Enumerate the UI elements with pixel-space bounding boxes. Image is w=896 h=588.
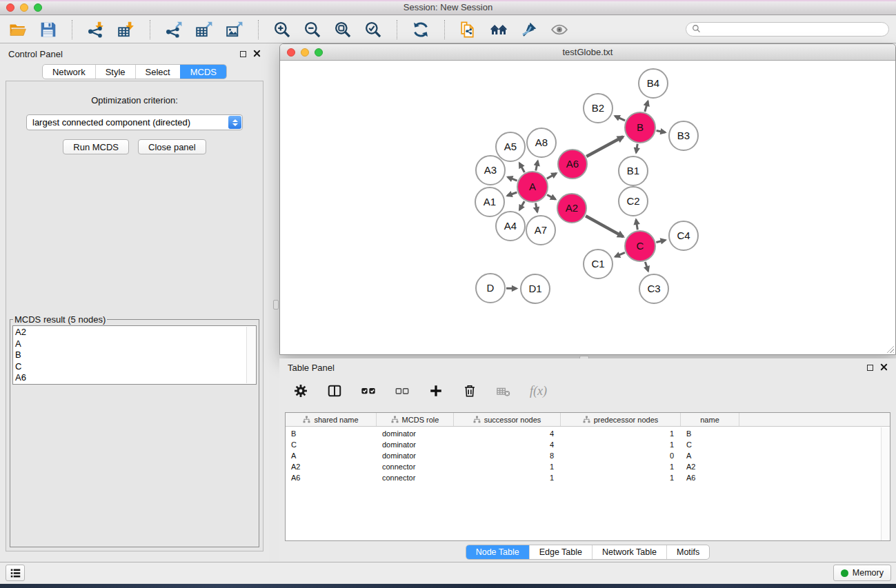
zoom-out-button[interactable]	[301, 19, 323, 41]
criterion-dropdown[interactable]: largest connected component (directed)	[26, 114, 243, 130]
edge-B-B4[interactable]	[645, 101, 648, 112]
select-all-button[interactable]	[361, 383, 376, 398]
table-row[interactable]: Cdominator41C	[286, 439, 890, 450]
export-network-button[interactable]	[163, 19, 185, 41]
zoom-fit-button[interactable]	[332, 19, 354, 41]
table-settings-button[interactable]	[293, 383, 308, 398]
export-image-icon	[226, 21, 243, 39]
mcds-result-item[interactable]: A2	[15, 327, 246, 338]
edge-A2-C[interactable]	[586, 216, 623, 236]
tab-network[interactable]: Network	[43, 65, 95, 79]
edge-B-B3[interactable]	[657, 130, 666, 132]
show-panels-button[interactable]	[6, 565, 25, 581]
float-table-panel-icon[interactable]	[867, 365, 873, 371]
float-panel-icon[interactable]	[240, 51, 246, 57]
node-A7[interactable]: A7	[526, 216, 555, 245]
mcds-result-item[interactable]: B	[15, 349, 246, 361]
node-A4[interactable]: A4	[496, 212, 525, 241]
show-graphics-button[interactable]	[548, 19, 570, 41]
open-file-button[interactable]	[7, 19, 29, 41]
tab-network-table[interactable]: Network Table	[592, 545, 666, 559]
edge-B-B2[interactable]	[615, 116, 626, 121]
mcds-result-item[interactable]: A6	[15, 372, 246, 384]
node-A5[interactable]: A5	[496, 132, 525, 161]
table-row[interactable]: A6connector11A6	[286, 472, 890, 483]
edge-C-C2[interactable]	[636, 220, 637, 230]
edge-C-C1[interactable]	[615, 252, 625, 256]
close-panel-icon[interactable]	[253, 49, 261, 59]
search-box[interactable]	[686, 22, 889, 37]
run-mcds-button[interactable]: Run MCDS	[63, 139, 129, 154]
node-A[interactable]: A	[517, 172, 548, 202]
node-A8[interactable]: A8	[527, 128, 556, 157]
import-table-button[interactable]	[115, 19, 137, 41]
tab-motifs[interactable]: Motifs	[666, 545, 709, 559]
tab-select[interactable]: Select	[135, 65, 180, 79]
tab-node-table[interactable]: Node Table	[466, 545, 529, 559]
table-row[interactable]: Adominator80A	[286, 450, 890, 461]
node-A6[interactable]: A6	[558, 150, 587, 179]
node-B4[interactable]: B4	[639, 69, 668, 98]
hide-annotations-button[interactable]	[518, 19, 540, 41]
column-header-successor-nodes[interactable]: successor nodes	[454, 413, 561, 426]
zoom-in-button[interactable]	[271, 19, 293, 41]
column-visibility-button[interactable]	[327, 383, 342, 398]
deselect-all-button[interactable]	[395, 383, 410, 398]
zoom-selected-button[interactable]	[362, 19, 384, 41]
node-B[interactable]: B	[625, 112, 655, 143]
column-type-icon	[473, 416, 481, 423]
node-C2[interactable]: C2	[619, 187, 648, 216]
node-C4[interactable]: C4	[669, 221, 698, 250]
node-A3[interactable]: A3	[476, 156, 505, 185]
edge-A-A4[interactable]	[519, 201, 524, 210]
table-row[interactable]: A2connector11A2	[286, 461, 890, 472]
mcds-result-item[interactable]: C	[15, 361, 246, 373]
edge-A-A7[interactable]	[535, 203, 537, 212]
import-network-button[interactable]	[85, 19, 107, 41]
node-D1[interactable]: D1	[521, 274, 550, 303]
mcds-result-item[interactable]: A	[15, 338, 246, 350]
node-D[interactable]: D	[476, 274, 505, 303]
column-header-name[interactable]: name	[681, 413, 739, 426]
edge-A6-B[interactable]	[586, 136, 623, 156]
node-A2[interactable]: A2	[557, 194, 586, 223]
node-B1[interactable]: B1	[619, 156, 648, 185]
export-table-button[interactable]	[193, 19, 215, 41]
edge-A-A2[interactable]	[547, 194, 555, 199]
network-from-file-button[interactable]	[457, 19, 479, 41]
edge-A-A8[interactable]	[536, 161, 538, 170]
refresh-button[interactable]	[410, 19, 432, 41]
column-header-mcds-role[interactable]: MCDS role	[377, 413, 454, 426]
add-column-button[interactable]	[428, 383, 444, 398]
node-A1[interactable]: A1	[475, 187, 504, 216]
delete-column-button[interactable]	[462, 383, 477, 398]
close-panel-button[interactable]: Close panel	[138, 139, 206, 154]
edge-A-A5[interactable]	[519, 163, 524, 172]
edge-C-C3[interactable]	[645, 262, 648, 271]
search-input[interactable]	[704, 24, 883, 35]
export-image-button[interactable]	[223, 19, 246, 41]
node-B2[interactable]: B2	[584, 94, 613, 123]
tab-edge-table[interactable]: Edge Table	[529, 545, 592, 559]
column-header-predecessor-nodes[interactable]: predecessor nodes	[561, 413, 681, 426]
tab-style[interactable]: Style	[95, 65, 135, 79]
mcds-result-list[interactable]: A2ABCA6	[12, 325, 257, 385]
node-C[interactable]: C	[625, 231, 655, 261]
edge-A-A6[interactable]	[547, 173, 557, 179]
vertical-splitter-handle[interactable]	[273, 300, 279, 310]
network-canvas[interactable]: B4B2BB3A8A5A6A3B1AC2A1A2A4A7C4CC1C3DD1	[280, 61, 895, 354]
memory-button[interactable]: Memory	[833, 565, 891, 581]
edge-A-A3[interactable]	[508, 177, 517, 181]
column-header-shared-name[interactable]: shared name	[286, 413, 377, 426]
node-C3[interactable]: C3	[639, 274, 668, 303]
edge-C-C4[interactable]	[656, 240, 665, 242]
tab-mcds[interactable]: MCDS	[180, 65, 226, 79]
edge-A-A1[interactable]	[507, 192, 517, 196]
close-table-panel-icon[interactable]	[880, 363, 888, 373]
houses-button[interactable]	[488, 19, 510, 41]
node-B3[interactable]: B3	[669, 121, 698, 150]
edge-B-B1[interactable]	[636, 144, 637, 153]
save-session-button[interactable]	[37, 19, 59, 41]
node-C1[interactable]: C1	[584, 250, 613, 278]
table-row[interactable]: Bdominator41B	[286, 428, 890, 439]
